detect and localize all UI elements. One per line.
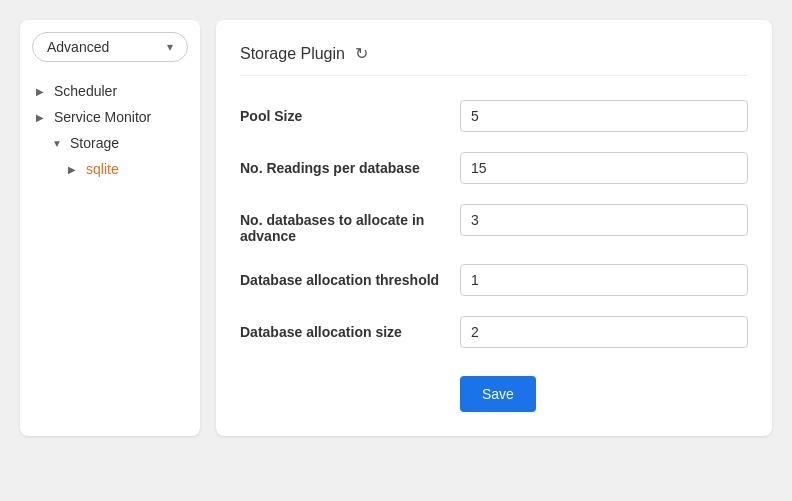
chevron-down-icon: ▾	[167, 40, 173, 54]
form-row-no-readings-per-database: No. Readings per database	[240, 152, 748, 184]
sidebar-item-storage[interactable]: ▼ Storage	[32, 130, 188, 156]
form-row-no-databases-to-allocate: No. databases to allocate in advance	[240, 204, 748, 244]
form-row-pool-size: Pool Size	[240, 100, 748, 132]
label-database-allocation-size: Database allocation size	[240, 316, 440, 340]
page-header: Storage Plugin ↻	[240, 44, 748, 76]
label-no-databases-to-allocate: No. databases to allocate in advance	[240, 204, 440, 244]
input-database-allocation-size[interactable]	[460, 316, 748, 348]
sidebar-item-label: Storage	[70, 135, 119, 151]
main-panel: Storage Plugin ↻ Pool SizeNo. Readings p…	[216, 20, 772, 436]
sidebar-item-service-monitor[interactable]: ▶ Service Monitor	[32, 104, 188, 130]
form-row-database-allocation-threshold: Database allocation threshold	[240, 264, 748, 296]
input-pool-size[interactable]	[460, 100, 748, 132]
input-database-allocation-threshold[interactable]	[460, 264, 748, 296]
advanced-dropdown[interactable]: Advanced ▾	[32, 32, 188, 62]
sidebar-item-sqlite[interactable]: ▶ sqlite	[32, 156, 188, 182]
page-title: Storage Plugin	[240, 45, 345, 63]
save-button[interactable]: Save	[460, 376, 536, 412]
input-no-databases-to-allocate[interactable]	[460, 204, 748, 236]
input-no-readings-per-database[interactable]	[460, 152, 748, 184]
expand-icon: ▶	[36, 86, 48, 97]
expand-icon: ▶	[36, 112, 48, 123]
sidebar-item-label: sqlite	[86, 161, 119, 177]
dropdown-label: Advanced	[47, 39, 109, 55]
sidebar-item-scheduler[interactable]: ▶ Scheduler	[32, 78, 188, 104]
label-database-allocation-threshold: Database allocation threshold	[240, 264, 440, 288]
collapse-icon: ▼	[52, 138, 64, 149]
refresh-icon[interactable]: ↻	[355, 44, 368, 63]
form-actions: Save	[240, 368, 748, 412]
label-pool-size: Pool Size	[240, 100, 440, 124]
label-no-readings-per-database: No. Readings per database	[240, 152, 440, 176]
sidebar: Advanced ▾ ▶ Scheduler ▶ Service Monitor…	[20, 20, 200, 436]
form-row-database-allocation-size: Database allocation size	[240, 316, 748, 348]
sidebar-item-label: Service Monitor	[54, 109, 151, 125]
expand-icon: ▶	[68, 164, 80, 175]
sidebar-item-label: Scheduler	[54, 83, 117, 99]
